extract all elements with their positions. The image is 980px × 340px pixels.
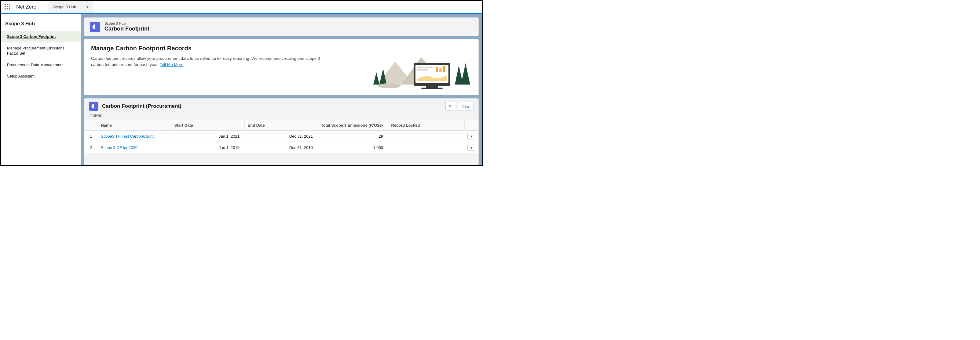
svg-marker-2 [373, 72, 379, 85]
page-header: Scope 3 Hub Carbon Footprint [84, 17, 479, 36]
row-name-cell: Scope3 TH Test CarbonCount [98, 131, 171, 142]
page-context: Scope 3 Hub [105, 21, 150, 25]
list-icon [89, 102, 99, 111]
app-launcher-icon[interactable] [5, 4, 11, 10]
col-emissions[interactable]: Total Scope 3 Emissions (tCO2e) [318, 120, 388, 131]
chevron-down-icon[interactable]: ▾ [86, 5, 89, 9]
records-table: Name Start Date↓ End Date Total Scope 3 … [84, 120, 478, 153]
list-count: 4 items [84, 112, 478, 120]
col-actions [465, 120, 478, 131]
main-content: Scope 3 Hub Carbon Footprint Manage Carb… [81, 14, 482, 165]
row-actions: ▾ [465, 131, 478, 142]
col-name[interactable]: Name [98, 120, 171, 131]
list-title: Carbon Footprint (Procurement) [102, 103, 442, 109]
global-header: Net Zero Scope 3 Hub ▾ [1, 1, 482, 13]
info-body-text: Carbon footprint records allow your proc… [91, 56, 320, 67]
illustration [368, 45, 472, 91]
row-actions: ▾ [465, 142, 478, 153]
app-name: Net Zero [16, 4, 37, 10]
carbon-footprint-icon [90, 22, 100, 32]
row-emissions: 1,060 [318, 142, 388, 153]
col-index [84, 120, 98, 131]
row-end: Dec 31, 2021 [244, 131, 318, 142]
svg-rect-14 [439, 68, 442, 72]
info-card: Manage Carbon Footprint Records Carbon f… [84, 39, 479, 95]
record-link[interactable]: Scope 3 CF for 2020 [101, 145, 137, 150]
sidebar-item-procurement-data[interactable]: Procurement Data Management [1, 59, 81, 71]
col-end-date[interactable]: End Date [244, 120, 318, 131]
row-name-cell: Scope 3 CF for 2020 [98, 142, 171, 153]
table-row: 1 Scope3 TH Test CarbonCount Jan 1, 2021… [84, 131, 478, 142]
page-title: Carbon Footprint [105, 25, 150, 32]
nav-tab-scope3hub[interactable]: Scope 3 Hub ▾ [49, 1, 93, 13]
record-link[interactable]: Scope3 TH Test CarbonCount [101, 134, 154, 139]
row-index: 1 [84, 131, 98, 142]
sidebar-title: Scope 3 Hub [1, 14, 81, 31]
row-start: Jan 1, 2021 [171, 131, 244, 142]
sort-down-icon: ↓ [194, 123, 196, 127]
svg-rect-11 [417, 67, 433, 68]
svg-point-6 [377, 83, 401, 88]
new-button[interactable]: New [458, 102, 474, 111]
sidebar: Scope 3 Hub Scope 3 Carbon Footprint Man… [1, 14, 81, 165]
tell-me-more-link[interactable]: Tell Me More [160, 62, 183, 67]
row-emissions: 29 [318, 131, 388, 142]
sidebar-item-carbon-footprint[interactable]: Scope 3 Carbon Footprint [1, 31, 81, 43]
table-row: 2 Scope 3 CF for 2020 Jan 1, 2019 Dec 31… [84, 142, 478, 153]
row-index: 2 [84, 142, 98, 153]
row-start: Jan 1, 2019 [171, 142, 244, 153]
info-heading: Manage Carbon Footprint Records [91, 45, 323, 52]
refresh-button[interactable] [445, 102, 455, 111]
svg-rect-10 [421, 88, 443, 89]
refresh-icon [448, 104, 452, 108]
col-start-date[interactable]: Start Date↓ [171, 120, 244, 131]
sidebar-item-emissions-factor-set[interactable]: Manage Procurement Emissions Factor Set [1, 43, 81, 59]
sidebar-item-setup-assistant[interactable]: Setup Assistant [1, 71, 81, 82]
svg-rect-12 [417, 69, 428, 71]
svg-marker-5 [461, 63, 470, 85]
info-body: Carbon footprint records allow your proc… [91, 55, 323, 68]
row-locked [388, 142, 465, 153]
svg-rect-13 [436, 67, 438, 72]
col-locked[interactable]: Record Locked [388, 120, 465, 131]
row-locked [388, 131, 465, 142]
row-menu-button[interactable]: ▾ [468, 144, 475, 151]
related-list-card: Carbon Footprint (Procurement) New 4 ite… [84, 98, 479, 165]
nav-tab-label: Scope 3 Hub [53, 5, 76, 9]
row-menu-button[interactable]: ▾ [468, 133, 475, 139]
row-end: Dec 31, 2019 [244, 142, 318, 153]
svg-rect-15 [443, 66, 445, 72]
svg-rect-9 [426, 86, 438, 88]
